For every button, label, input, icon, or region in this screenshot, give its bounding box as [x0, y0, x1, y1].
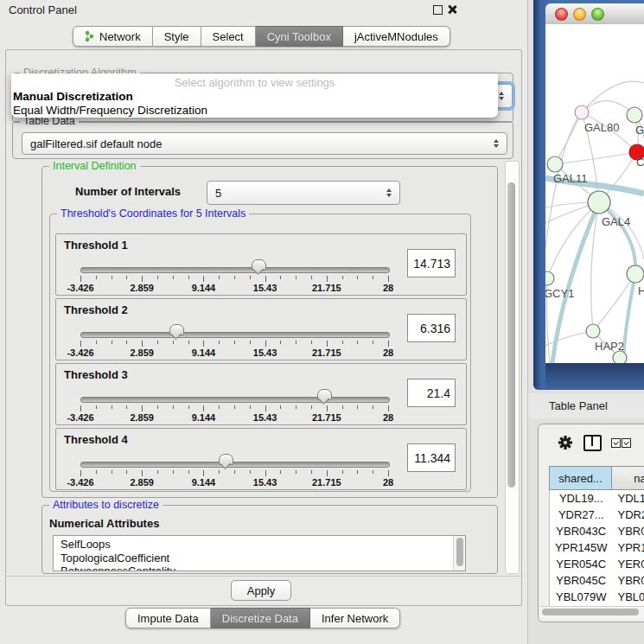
- slider-thumb[interactable]: [169, 324, 184, 335]
- slider-tick: [250, 341, 251, 344]
- table-cell[interactable]: YBR045C: [550, 574, 613, 587]
- table-cell[interactable]: YER054C: [550, 558, 613, 571]
- table-cell[interactable]: YDL1: [613, 492, 644, 505]
- tab-label: Impute Data: [137, 612, 199, 625]
- threshold-value-field[interactable]: 14.713: [407, 249, 456, 277]
- threshold-value-field[interactable]: 21.4: [407, 379, 456, 407]
- slider-track[interactable]: [80, 332, 390, 338]
- table-cell[interactable]: YPR145W: [550, 541, 613, 554]
- attribute-list-item[interactable]: BetweennessCentrality: [54, 564, 465, 571]
- apply-button[interactable]: Apply: [231, 580, 291, 601]
- tab-network[interactable]: Network: [73, 26, 153, 47]
- panel-scrollbar[interactable]: [505, 161, 520, 574]
- tab-infer-network[interactable]: Infer Network: [310, 608, 400, 628]
- numerical-attributes-list[interactable]: SelfLoopsTopologicalCoefficientBetweenne…: [53, 535, 466, 571]
- table-cell[interactable]: YBR043C: [550, 525, 613, 538]
- slider-tick-label: 28: [383, 283, 393, 293]
- slider-track[interactable]: [80, 397, 390, 403]
- node-gal4[interactable]: [588, 191, 610, 214]
- network-edge[interactable]: [555, 152, 637, 164]
- attribute-list-item[interactable]: SelfLoops: [54, 538, 465, 552]
- network-edge[interactable]: [545, 331, 593, 346]
- network-node-label: GCY1: [545, 287, 574, 300]
- table-row[interactable]: YBR043CYBR0: [550, 523, 644, 539]
- slider-tick: [296, 341, 296, 344]
- table-cell[interactable]: YDR27...: [550, 508, 613, 521]
- threshold-label: Threshold 1: [64, 239, 128, 252]
- table-cell[interactable]: YBR0: [613, 574, 644, 587]
- slider-tick: [373, 405, 373, 409]
- table-row[interactable]: YPR145WYPR1: [550, 539, 644, 556]
- slider-thumb[interactable]: [317, 389, 332, 400]
- threshold-value-field[interactable]: 11.344: [407, 443, 456, 472]
- minimize-window-icon[interactable]: [573, 8, 586, 21]
- network-graph[interactable]: GAL80GACGAL11GAL4GCY1HHAP2: [545, 24, 644, 363]
- column-header-2[interactable]: na...: [612, 466, 644, 490]
- network-edge-thick[interactable]: [623, 274, 635, 363]
- node-pink[interactable]: [575, 105, 589, 119]
- tab-impute-data[interactable]: Impute Data: [125, 608, 211, 628]
- table-row[interactable]: YDR27...YDR2: [550, 507, 644, 523]
- close-panel-icon[interactable]: [447, 4, 457, 15]
- table-row[interactable]: YBL079WYBL0: [550, 589, 644, 605]
- split-columns-icon[interactable]: [583, 435, 602, 451]
- algorithm-option[interactable]: Manual Discretization: [11, 90, 498, 104]
- slider-tick: [342, 341, 343, 344]
- attribute-list-item[interactable]: TopologicalCoefficient: [54, 552, 465, 565]
- zoom-window-icon[interactable]: [591, 8, 604, 21]
- network-canvas[interactable]: GAL80GACGAL11GAL4GCY1HHAP2: [545, 24, 644, 363]
- interval-definition-group: Interval Definition Number of Intervals …: [41, 166, 498, 498]
- tab-discretize-data[interactable]: Discretize Data: [211, 608, 310, 628]
- slider-thumb[interactable]: [252, 259, 266, 271]
- float-panel-icon[interactable]: [433, 5, 443, 15]
- table-cell[interactable]: YDL19...: [550, 492, 613, 505]
- slider-tick-label: -3.426: [67, 412, 93, 423]
- tab-label: Network: [99, 30, 141, 43]
- slider-tick: [265, 470, 266, 476]
- table-cell[interactable]: YDR2: [613, 508, 644, 521]
- table-data-select[interactable]: galFiltered.sif default node: [22, 132, 507, 155]
- tab-cyni-toolbox[interactable]: Cyni Toolbox: [256, 26, 343, 47]
- gear-icon[interactable]: [558, 435, 573, 450]
- node-gal11[interactable]: [547, 156, 563, 172]
- slider-track[interactable]: [80, 267, 390, 273]
- slider-thumb[interactable]: [219, 454, 233, 465]
- table-cell[interactable]: YBL079W: [550, 590, 613, 603]
- number-of-intervals-label: Number of Intervals: [75, 185, 181, 198]
- threshold-value-field[interactable]: 6.316: [407, 314, 456, 342]
- network-window-titlebar[interactable]: [545, 3, 644, 25]
- control-panel-window: Control Panel NetworkStyleSelectCyni Too…: [0, 0, 528, 644]
- select-all-checkbox-icon[interactable]: [611, 438, 621, 448]
- cyni-mode-tab-bar: Impute DataDiscretize DataInfer Network: [125, 608, 400, 628]
- node-top-right[interactable]: [627, 107, 642, 123]
- tab-select[interactable]: Select: [201, 26, 256, 47]
- table-cell[interactable]: YBL0: [613, 590, 644, 603]
- network-edge-thick[interactable]: [599, 202, 635, 274]
- algorithm-option[interactable]: Equal Width/Frequency Discretization: [11, 104, 498, 118]
- slider-track[interactable]: [80, 462, 390, 468]
- node-gcy1[interactable]: [545, 271, 554, 285]
- node-bottom[interactable]: [613, 351, 627, 363]
- slider-tick-label: 9.144: [192, 348, 216, 358]
- table-hscrollbar[interactable]: [540, 606, 644, 618]
- column-header-1[interactable]: shared...: [549, 466, 612, 490]
- stepper-icon: [382, 188, 395, 197]
- number-of-intervals-select[interactable]: 5: [207, 181, 400, 205]
- network-node-label: GAL11: [553, 172, 588, 185]
- tab-jactivemnodules[interactable]: jActiveMNodules: [343, 26, 450, 47]
- table-cell[interactable]: YBR0: [613, 525, 644, 538]
- select-none-checkbox-icon[interactable]: [622, 438, 631, 448]
- table-row[interactable]: YER054CYER0: [550, 556, 644, 572]
- table-cell[interactable]: YPR1: [613, 541, 644, 554]
- table-row[interactable]: YBR045CYBR0: [550, 572, 644, 589]
- node-hap2[interactable]: [586, 324, 600, 338]
- table-row[interactable]: YDL19...YDL1: [550, 490, 644, 507]
- close-window-icon[interactable]: [555, 8, 568, 21]
- slider-tick: [219, 276, 220, 279]
- node-right[interactable]: [627, 265, 644, 283]
- table-hscrollbar-thumb[interactable]: [542, 609, 639, 615]
- list-scrollbar[interactable]: [453, 536, 465, 571]
- table-cell[interactable]: YER0: [613, 558, 644, 571]
- panel-scrollbar-thumb[interactable]: [507, 182, 515, 488]
- tab-style[interactable]: Style: [153, 26, 201, 47]
